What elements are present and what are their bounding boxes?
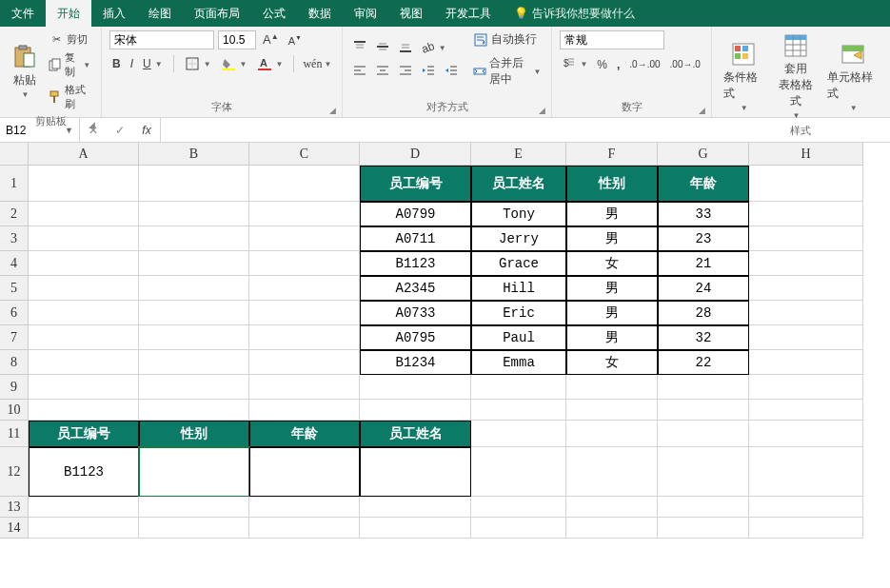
cell[interactable]	[249, 325, 360, 350]
cell[interactable]	[139, 325, 249, 350]
cell[interactable]	[658, 421, 749, 447]
column-header[interactable]: A	[29, 143, 139, 166]
cell[interactable]: 年龄	[658, 166, 749, 202]
cell[interactable]	[749, 375, 863, 400]
font-name-select[interactable]	[109, 30, 214, 49]
borders-button[interactable]: ▼	[182, 55, 214, 72]
cell[interactable]	[658, 518, 749, 539]
cell[interactable]: Eric	[471, 301, 566, 325]
row-header[interactable]: 3	[0, 226, 29, 251]
cell[interactable]	[249, 202, 360, 226]
italic-button[interactable]: I	[128, 56, 136, 71]
cell[interactable]	[249, 166, 360, 202]
cell[interactable]: 性别	[139, 421, 249, 447]
cell[interactable]	[29, 276, 139, 301]
phonetic-button[interactable]: wén ▼	[302, 55, 334, 72]
column-header[interactable]: B	[139, 143, 249, 166]
cell[interactable]	[749, 202, 863, 226]
cell[interactable]: 24	[658, 276, 749, 301]
cell[interactable]	[139, 447, 249, 497]
cell[interactable]	[471, 447, 566, 497]
cell[interactable]	[749, 518, 863, 539]
cell[interactable]	[249, 518, 360, 539]
cell[interactable]	[658, 497, 749, 518]
merge-center-button[interactable]: 合并后居中 ▼	[470, 54, 544, 88]
cell[interactable]	[471, 497, 566, 518]
format-as-table-button[interactable]: 套用 表格格式 ▼	[772, 30, 821, 122]
align-right-button[interactable]	[396, 63, 415, 81]
accounting-format-button[interactable]: $▼	[560, 55, 590, 73]
cell-styles-button[interactable]: 单元格样式 ▼	[823, 39, 882, 114]
cell[interactable]	[360, 375, 471, 400]
cell[interactable]	[749, 421, 863, 447]
cell[interactable]: A2345	[360, 276, 471, 301]
cell[interactable]	[29, 375, 139, 400]
cell[interactable]	[249, 375, 360, 400]
cell[interactable]: B1123	[360, 251, 471, 276]
enter-formula-button[interactable]: ✓	[107, 124, 133, 137]
cell[interactable]	[471, 421, 566, 447]
cell[interactable]	[749, 251, 863, 276]
row-header[interactable]: 6	[0, 301, 29, 325]
increase-font-button[interactable]: A▲	[260, 31, 282, 48]
align-left-button[interactable]	[350, 63, 369, 81]
tell-me-search[interactable]: 💡 告诉我你想要做什么	[503, 0, 646, 27]
cell[interactable]	[29, 226, 139, 251]
cell[interactable]	[139, 400, 249, 421]
cell[interactable]	[249, 350, 360, 375]
tab-formulas[interactable]: 公式	[251, 0, 297, 27]
number-format-select[interactable]	[560, 30, 664, 49]
format-painter-button[interactable]: 格式刷	[46, 82, 93, 112]
cell[interactable]: B1234	[360, 350, 471, 375]
underline-button[interactable]: U▼	[140, 56, 166, 71]
cell-grid[interactable]: 员工编号员工姓名性别年龄A0799Tony男33A0711Jerry男23B11…	[29, 166, 863, 539]
row-header[interactable]: 8	[0, 350, 29, 375]
cell[interactable]: 33	[658, 202, 749, 226]
cell[interactable]: 32	[658, 325, 749, 350]
cell[interactable]	[29, 497, 139, 518]
cell[interactable]: A0795	[360, 325, 471, 350]
cell[interactable]	[471, 375, 566, 400]
cell[interactable]	[566, 447, 658, 497]
row-header[interactable]: 10	[0, 400, 29, 421]
tab-view[interactable]: 视图	[388, 0, 434, 27]
cell[interactable]: 员工编号	[29, 421, 139, 447]
cell[interactable]	[139, 497, 249, 518]
orientation-button[interactable]: ab▼	[419, 40, 448, 55]
conditional-format-button[interactable]: 条件格式 ▼	[720, 39, 768, 114]
cell[interactable]	[139, 350, 249, 375]
cell[interactable]	[749, 166, 863, 202]
cell[interactable]	[566, 497, 658, 518]
dialog-launcher-icon[interactable]: ◢	[329, 106, 336, 115]
cell[interactable]	[29, 202, 139, 226]
align-bottom-button[interactable]	[396, 39, 415, 57]
cell[interactable]	[29, 400, 139, 421]
cell[interactable]	[29, 166, 139, 202]
cell[interactable]	[139, 166, 249, 202]
cell[interactable]: 男	[566, 276, 658, 301]
cell[interactable]: 年龄	[249, 421, 360, 447]
tab-data[interactable]: 数据	[297, 0, 343, 27]
row-header[interactable]: 14	[0, 518, 29, 539]
cell[interactable]	[139, 251, 249, 276]
column-header[interactable]: H	[749, 143, 863, 166]
cell[interactable]: A0799	[360, 202, 471, 226]
cell[interactable]	[249, 276, 360, 301]
decrease-decimal-button[interactable]: .00→.0	[667, 58, 703, 70]
cell[interactable]	[749, 276, 863, 301]
tab-page-layout[interactable]: 页面布局	[183, 0, 251, 27]
cell[interactable]	[29, 518, 139, 539]
cell[interactable]: 男	[566, 325, 658, 350]
cell[interactable]	[139, 276, 249, 301]
cell[interactable]: Jerry	[471, 226, 566, 251]
cell[interactable]	[658, 447, 749, 497]
cell[interactable]	[658, 375, 749, 400]
row-header[interactable]: 12	[0, 447, 29, 497]
cell[interactable]: 男	[566, 301, 658, 325]
cell[interactable]: 28	[658, 301, 749, 325]
increase-indent-button[interactable]	[442, 63, 461, 81]
row-header[interactable]: 9	[0, 375, 29, 400]
cell[interactable]: Grace	[471, 251, 566, 276]
cell[interactable]	[471, 400, 566, 421]
insert-function-button[interactable]: fx	[133, 124, 160, 137]
